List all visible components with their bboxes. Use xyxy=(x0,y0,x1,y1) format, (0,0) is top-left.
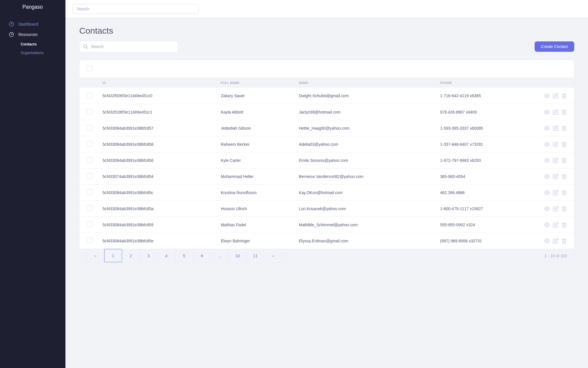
sidebar-subitem-contacts[interactable]: Contacts xyxy=(21,40,65,48)
edit-icon[interactable] xyxy=(553,206,558,212)
pagination-page-1[interactable]: 1 xyxy=(104,249,122,262)
edit-icon[interactable] xyxy=(553,125,558,131)
view-icon[interactable] xyxy=(544,93,550,99)
cell-email: Lon.Kovacek@yahoo.com xyxy=(299,206,440,211)
svg-point-6 xyxy=(546,127,548,129)
cell-name: Mathias Fadel xyxy=(221,223,299,227)
trash-icon[interactable] xyxy=(561,125,567,131)
edit-icon[interactable] xyxy=(553,93,558,99)
row-checkbox[interactable] xyxy=(86,141,92,147)
cell-name: Muhammad Heller xyxy=(221,174,299,179)
row-checkbox[interactable] xyxy=(86,189,92,195)
view-icon[interactable] xyxy=(544,141,550,147)
cell-id: 5cf433074ab3991e38bfc854 xyxy=(102,174,221,179)
cell-phone: (997) 989-8958 x32731 xyxy=(440,239,539,243)
edit-icon[interactable] xyxy=(553,109,558,115)
column-header-id: ID xyxy=(102,81,221,85)
main: Contacts Create Contact ID FULL NAME xyxy=(65,0,588,368)
cell-email: Hettie_Haag90@yahoo.com xyxy=(299,126,440,131)
view-icon[interactable] xyxy=(544,206,550,212)
pagination-prev[interactable]: « xyxy=(86,249,104,263)
row-checkbox[interactable] xyxy=(86,173,92,179)
trash-icon[interactable] xyxy=(561,109,567,115)
row-checkbox[interactable] xyxy=(86,125,92,131)
view-icon[interactable] xyxy=(544,158,550,163)
pagination-page-6[interactable]: 6 xyxy=(193,249,211,263)
edit-icon[interactable] xyxy=(553,174,558,179)
sidebar-item-label: Dashboard xyxy=(18,22,65,26)
view-icon[interactable] xyxy=(544,238,550,244)
row-checkbox[interactable] xyxy=(86,237,92,243)
row-checkbox[interactable] xyxy=(86,221,92,227)
page-title: Contacts xyxy=(79,26,574,36)
pagination-next[interactable]: » xyxy=(264,249,282,263)
edit-icon[interactable] xyxy=(553,238,558,244)
svg-point-5 xyxy=(546,111,548,113)
pagination-page-10[interactable]: 10 xyxy=(229,249,247,263)
cell-phone: 1-716-642-4119 x6385 xyxy=(440,93,539,98)
view-icon[interactable] xyxy=(544,125,550,131)
row-checkbox[interactable] xyxy=(86,93,92,98)
trash-icon[interactable] xyxy=(561,141,567,147)
sidebar-item-resources[interactable]: Resources xyxy=(0,29,65,40)
trash-icon[interactable] xyxy=(561,206,567,212)
topbar xyxy=(65,0,588,18)
cell-name: Jedediah Gibson xyxy=(221,126,299,131)
table-search-input[interactable] xyxy=(91,44,174,49)
svg-point-12 xyxy=(546,224,548,225)
trash-icon[interactable] xyxy=(561,174,567,179)
cell-name: Horacio Ullrich xyxy=(221,206,299,211)
cell-id: 5cf433084ab3991e38bfc857 xyxy=(102,126,221,131)
cell-id: 5cf433084ab3991e38bfc858 xyxy=(102,142,221,147)
view-icon[interactable] xyxy=(544,174,550,179)
cell-email: Dwight.Schulist@gmail.com xyxy=(299,93,440,98)
pagination-page-2[interactable]: 2 xyxy=(122,249,140,263)
pagination-page-4[interactable]: 4 xyxy=(158,249,175,263)
trash-icon[interactable] xyxy=(561,238,567,244)
pagination: «123456...1011» xyxy=(86,249,282,263)
svg-point-9 xyxy=(546,176,548,177)
pagination-page-3[interactable]: 3 xyxy=(140,249,158,263)
table-footer: «123456...1011» 1 - 10 of 102 xyxy=(80,249,574,262)
edit-icon[interactable] xyxy=(553,158,558,163)
row-checkbox[interactable] xyxy=(86,205,92,211)
sidebar-item-dashboard[interactable]: Dashboard xyxy=(0,19,65,29)
svg-point-10 xyxy=(546,192,548,193)
table-search-wrap xyxy=(79,41,178,52)
create-contact-button[interactable]: Create Contact xyxy=(535,41,574,52)
trash-icon[interactable] xyxy=(561,158,567,163)
pagination-page-5[interactable]: 5 xyxy=(175,249,193,263)
trash-icon[interactable] xyxy=(561,93,567,99)
cell-id: 5cf433084ab3991e38bfc85a xyxy=(102,206,221,211)
view-icon[interactable] xyxy=(544,222,550,228)
select-all-checkbox[interactable] xyxy=(86,66,92,71)
global-search-input[interactable] xyxy=(72,4,199,14)
cell-email: Emile.Simonis@yahoo.com xyxy=(299,158,440,163)
column-header-email: EMAIL xyxy=(299,81,440,85)
cell-email: Mathilde_Schimmel@yahoo.com xyxy=(299,223,440,227)
table-row: 5cf433074ab3991e38bfc854Muhammad HellerB… xyxy=(80,168,574,184)
svg-line-3 xyxy=(86,47,87,48)
row-checkbox[interactable] xyxy=(86,109,92,114)
contacts-table-card: ID FULL NAME EMAIL PHONE 5cf432f006f3e11… xyxy=(79,60,574,263)
view-icon[interactable] xyxy=(544,109,550,115)
trash-icon[interactable] xyxy=(561,222,567,228)
cell-id: 5cf432f006f3e11d49e451c0 xyxy=(102,93,221,98)
sidebar-subitem-organisations[interactable]: Organisations xyxy=(21,48,65,57)
cell-phone: 555-855-0992 x324 xyxy=(440,223,539,227)
svg-point-7 xyxy=(546,143,548,145)
edit-icon[interactable] xyxy=(553,141,558,147)
cell-name: Kayla Abbott xyxy=(221,110,299,114)
brand: Pangaso xyxy=(0,0,65,14)
pagination-page-...[interactable]: ... xyxy=(211,249,229,263)
pagination-page-11[interactable]: 11 xyxy=(247,249,264,263)
cell-email: Berneice.Vandervort82@yahoo.com xyxy=(299,174,440,179)
trash-icon[interactable] xyxy=(561,190,567,195)
svg-point-8 xyxy=(546,160,548,161)
edit-icon[interactable] xyxy=(553,222,558,228)
table-row: 5cf433084ab3991e38bfc858Raheem BeckerAde… xyxy=(80,136,574,152)
edit-icon[interactable] xyxy=(553,190,558,195)
row-checkbox[interactable] xyxy=(86,157,92,163)
table-bulk-header xyxy=(80,60,574,78)
view-icon[interactable] xyxy=(544,190,550,195)
